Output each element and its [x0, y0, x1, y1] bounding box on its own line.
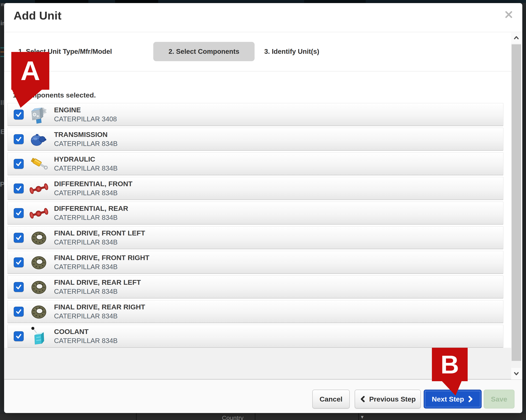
- component-row[interactable]: FINAL DRIVE, FRONT LEFT CATERPILLAR 834B: [7, 226, 503, 249]
- component-row[interactable]: DIFFERENTIAL, FRONT CATERPILLAR 834B: [7, 177, 503, 200]
- component-checkbox[interactable]: [14, 257, 24, 267]
- dropdown-caret-icon: ▼: [360, 414, 364, 420]
- final-drive-icon: [27, 301, 51, 322]
- component-text: COOLANT CATERPILLAR 834B: [54, 328, 118, 345]
- component-subtitle: CATERPILLAR 3408: [54, 115, 117, 123]
- transmission-icon: [27, 128, 51, 150]
- component-list: ENGINE CATERPILLAR 3408 TRANSMISSION CAT…: [7, 103, 503, 349]
- component-subtitle: CATERPILLAR 834B: [54, 165, 118, 172]
- component-subtitle: CATERPILLAR 834B: [54, 337, 118, 345]
- component-checkbox[interactable]: [14, 233, 24, 243]
- column-divider: [255, 413, 255, 420]
- dimmed-page-table-row: Country ▼: [0, 413, 526, 420]
- component-checkbox[interactable]: [14, 159, 24, 169]
- dimmed-page-text-fragment: ir: [0, 20, 5, 27]
- component-row[interactable]: FINAL DRIVE, FRONT RIGHT CATERPILLAR 834…: [7, 251, 503, 274]
- component-subtitle: CATERPILLAR 834B: [54, 263, 149, 271]
- scrollbar-thumb[interactable]: [512, 44, 521, 361]
- differential-icon: [27, 202, 51, 224]
- scroll-down-button[interactable]: [511, 368, 521, 379]
- component-text: FINAL DRIVE, FRONT LEFT CATERPILLAR 834B: [54, 229, 145, 246]
- annotation-marker-b: B: [432, 348, 468, 381]
- component-subtitle: CATERPILLAR 834B: [54, 214, 128, 222]
- chevron-right-icon: [467, 396, 473, 402]
- component-row[interactable]: DIFFERENTIAL, REAR CATERPILLAR 834B: [7, 202, 503, 225]
- component-checkbox[interactable]: [14, 307, 24, 317]
- component-subtitle: CATERPILLAR 834B: [54, 238, 145, 246]
- dimmed-page-block: [304, 0, 366, 3]
- previous-step-button[interactable]: Previous Step: [355, 390, 421, 409]
- close-icon[interactable]: [503, 9, 514, 20]
- component-row[interactable]: COOLANT CATERPILLAR 834B: [7, 325, 503, 348]
- chevron-left-icon: [360, 396, 366, 402]
- component-row[interactable]: FINAL DRIVE, REAR LEFT CATERPILLAR 834B: [7, 275, 503, 298]
- component-subtitle: CATERPILLAR 834B: [54, 140, 118, 147]
- annotation-marker-b-tail: [438, 381, 466, 397]
- component-title: FINAL DRIVE, REAR RIGHT: [54, 303, 145, 311]
- dimmed-page-text-fragment: ll: [0, 99, 4, 107]
- component-text: ENGINE CATERPILLAR 3408: [54, 106, 117, 123]
- tab-identify-units[interactable]: 3. Identify Unit(s): [264, 42, 319, 61]
- tab-select-components[interactable]: 2. Select Components: [153, 42, 254, 61]
- component-subtitle: CATERPILLAR 834B: [54, 288, 141, 295]
- component-title: COOLANT: [54, 328, 118, 336]
- component-subtitle: CATERPILLAR 834B: [54, 312, 145, 320]
- component-title: ENGINE: [54, 106, 117, 114]
- hydraulic-icon: [27, 153, 51, 175]
- component-checkbox[interactable]: [14, 134, 24, 144]
- save-button[interactable]: Save: [484, 390, 515, 409]
- cancel-button[interactable]: Cancel: [312, 390, 350, 409]
- coolant-icon: [27, 325, 51, 347]
- save-label: Save: [491, 395, 507, 403]
- dimmed-page-block: [35, 0, 88, 3]
- component-text: FINAL DRIVE, REAR RIGHT CATERPILLAR 834B: [54, 303, 145, 320]
- column-divider: [358, 413, 359, 420]
- tabs-divider: [4, 71, 511, 71]
- component-title: FINAL DRIVE, FRONT LEFT: [54, 229, 145, 237]
- dialog-title: Add Unit: [14, 9, 61, 22]
- component-row[interactable]: ENGINE CATERPILLAR 3408: [7, 103, 503, 126]
- component-text: FINAL DRIVE, FRONT RIGHT CATERPILLAR 834…: [54, 254, 149, 271]
- final-drive-icon: [27, 227, 51, 249]
- component-title: FINAL DRIVE, REAR LEFT: [54, 278, 141, 286]
- component-subtitle: CATERPILLAR 834B: [54, 189, 132, 197]
- column-divider: [136, 413, 137, 420]
- cancel-label: Cancel: [320, 395, 343, 403]
- annotation-marker-a: A: [11, 52, 49, 90]
- annotation-marker-a-tail: [8, 89, 49, 109]
- component-text: HYDRAULIC CATERPILLAR 834B: [54, 155, 118, 172]
- component-text: FINAL DRIVE, REAR LEFT CATERPILLAR 834B: [54, 278, 141, 295]
- component-title: FINAL DRIVE, FRONT RIGHT: [54, 254, 149, 262]
- final-drive-icon: [27, 276, 51, 298]
- component-row[interactable]: HYDRAULIC CATERPILLAR 834B: [7, 152, 503, 175]
- previous-step-label: Previous Step: [369, 395, 416, 403]
- component-checkbox[interactable]: [14, 282, 24, 292]
- component-title: TRANSMISSION: [54, 131, 118, 138]
- component-title: HYDRAULIC: [54, 155, 118, 163]
- scroll-up-button[interactable]: [511, 32, 521, 44]
- component-checkbox[interactable]: [14, 208, 24, 218]
- dimmed-page-fragment: [0, 51, 5, 53]
- country-column-header: Country: [222, 414, 243, 420]
- dimmed-page-block: [115, 0, 158, 3]
- component-title: DIFFERENTIAL, REAR: [54, 205, 128, 213]
- component-checkbox[interactable]: [14, 331, 24, 341]
- component-text: TRANSMISSION CATERPILLAR 834B: [54, 131, 118, 147]
- differential-icon: [27, 177, 51, 199]
- component-checkbox[interactable]: [14, 184, 24, 193]
- header-divider: [4, 32, 522, 32]
- scrollbar[interactable]: [511, 32, 521, 379]
- final-drive-icon: [27, 252, 51, 273]
- dimmed-page-top-bar: [0, 0, 526, 3]
- component-text: DIFFERENTIAL, REAR CATERPILLAR 834B: [54, 205, 128, 222]
- component-row[interactable]: FINAL DRIVE, REAR RIGHT CATERPILLAR 834B: [7, 300, 503, 323]
- component-row[interactable]: TRANSMISSION CATERPILLAR 834B: [7, 128, 503, 151]
- component-text: DIFFERENTIAL, FRONT CATERPILLAR 834B: [54, 180, 132, 197]
- component-checkbox[interactable]: [14, 110, 24, 119]
- component-title: DIFFERENTIAL, FRONT: [54, 180, 132, 188]
